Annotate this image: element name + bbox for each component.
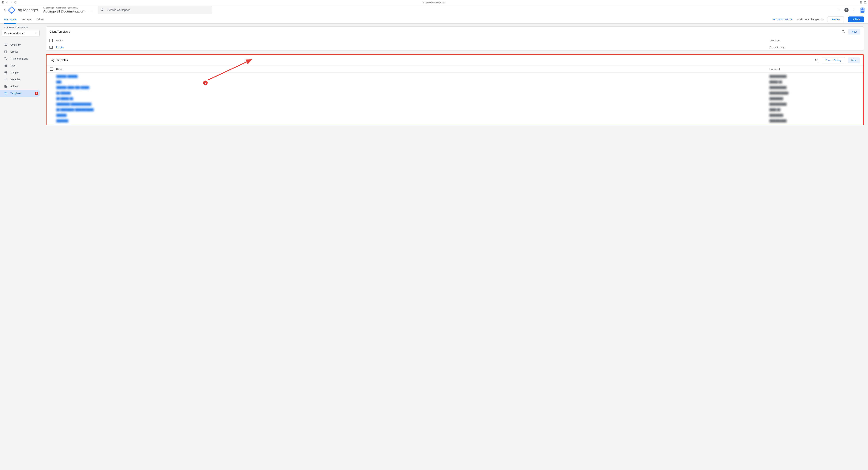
tab-versions[interactable]: Versions: [22, 15, 31, 24]
blurred-template-rows: ██████ ████████████████ ████████ ██ ████…: [46, 72, 863, 125]
chevron-right-icon: [35, 32, 37, 35]
svg-rect-0: [2, 1, 4, 3]
svg-rect-10: [839, 10, 839, 10]
templates-badge: 1: [35, 92, 38, 95]
back-arrow-icon[interactable]: [3, 8, 7, 12]
sidebar-toggle-icon[interactable]: [1, 1, 4, 4]
svg-point-13: [854, 10, 855, 10]
preview-button[interactable]: Preview: [828, 17, 844, 22]
current-workspace-label: CURRENT WORKSPACE: [0, 26, 42, 30]
workspace-changes-count: Workspace Changes: 64: [797, 18, 824, 21]
client-templates-new-button[interactable]: New: [848, 29, 860, 35]
annotation-badge-2: 2: [203, 81, 208, 85]
client-templates-search-icon[interactable]: [841, 30, 846, 34]
row-edited-text: 9 minutes ago: [770, 46, 860, 49]
sidebar: CURRENT WORKSPACE Default Workspace Over…: [0, 24, 42, 470]
client-templates-panel: Client Templates New Name ↑ Last Edited …: [46, 26, 864, 51]
container-name-dropdown[interactable]: Addingwell Documentation …▼: [43, 9, 93, 13]
overview-icon: [4, 43, 8, 46]
more-vert-icon[interactable]: [852, 8, 856, 12]
select-all-checkbox[interactable]: [50, 67, 53, 71]
row-checkbox[interactable]: [50, 45, 53, 49]
product-name: Tag Manager: [16, 8, 38, 12]
content-area: Client Templates New Name ↑ Last Edited …: [42, 24, 868, 470]
nav-folders[interactable]: Folders: [0, 83, 40, 90]
select-all-checkbox[interactable]: [50, 39, 53, 42]
tag-templates-title: Tag Templates: [50, 59, 812, 62]
tag-templates-table-header: Name ↑ Last Edited: [46, 66, 863, 72]
client-template-row[interactable]: Axeptio 9 minutes ago: [46, 44, 864, 51]
triggers-icon: [4, 71, 8, 74]
row-name-link[interactable]: Axeptio: [56, 46, 770, 49]
container-id-link[interactable]: GTM-KMTW2JTR: [773, 18, 793, 21]
nav-tags[interactable]: Tags: [0, 62, 40, 69]
svg-rect-5: [864, 1, 866, 3]
workspace-selector[interactable]: Default Workspace: [2, 30, 39, 36]
help-icon[interactable]: ?: [844, 8, 848, 12]
browser-url: tagmanager.google.com: [423, 1, 445, 3]
gtm-logo-icon: [8, 6, 15, 13]
sort-asc-icon: ↑: [62, 68, 64, 70]
col-name-header[interactable]: Name ↑: [56, 68, 769, 70]
sort-asc-icon: ↑: [62, 39, 63, 42]
folders-icon: [4, 85, 8, 88]
search-icon: [100, 8, 105, 12]
nav-templates[interactable]: Templates 1: [0, 90, 40, 97]
client-templates-table-header: Name ↑ Last Edited: [46, 37, 864, 44]
browser-forward-icon[interactable]: [10, 1, 12, 4]
app-header: Tag Manager All accounts › Addingwell - …: [0, 5, 868, 15]
browser-chrome-bar: tagmanager.google.com: [0, 0, 868, 5]
svg-rect-15: [5, 51, 7, 53]
search-gallery-button[interactable]: Search Gallery: [822, 57, 845, 63]
variables-icon: [4, 78, 8, 81]
svg-point-14: [854, 10, 855, 11]
svg-rect-7: [839, 9, 839, 9]
svg-point-19: [5, 72, 7, 73]
svg-point-20: [5, 93, 5, 93]
nav-triggers[interactable]: Triggers: [0, 69, 40, 76]
tab-admin[interactable]: Admin: [37, 15, 43, 24]
nav-overview[interactable]: Overview: [0, 41, 40, 48]
col-edited-header[interactable]: Last Edited: [770, 39, 860, 42]
nav-clients[interactable]: Clients: [0, 48, 40, 55]
tag-templates-new-button[interactable]: New: [848, 58, 860, 63]
tag-templates-panel: Tag Templates Search Gallery New Name ↑ …: [46, 55, 863, 125]
nav-transformations[interactable]: Transformations: [0, 55, 40, 62]
nav-variables[interactable]: Variables: [0, 76, 40, 83]
col-name-header[interactable]: Name ↑: [56, 39, 770, 42]
client-templates-title: Client Templates: [50, 30, 839, 33]
svg-point-16: [5, 58, 5, 58]
svg-rect-6: [838, 9, 838, 9]
clients-icon: [4, 50, 8, 54]
browser-back-icon[interactable]: [5, 1, 8, 4]
svg-rect-11: [840, 10, 840, 10]
svg-rect-8: [840, 9, 840, 9]
submit-button[interactable]: Submit: [848, 17, 864, 22]
tab-workspace[interactable]: Workspace: [4, 15, 16, 24]
workspace-name: Default Workspace: [4, 32, 25, 35]
browser-share-icon[interactable]: [859, 1, 862, 4]
main-tabs: Workspace Versions Admin GTM-KMTW2JTR Wo…: [0, 15, 868, 24]
search-workspace-bar[interactable]: [98, 6, 212, 14]
annotation-highlight-box: Tag Templates Search Gallery New Name ↑ …: [46, 54, 864, 125]
logo-block[interactable]: Tag Manager: [9, 7, 38, 13]
apps-icon[interactable]: [837, 8, 841, 12]
tag-templates-search-icon[interactable]: [815, 58, 819, 62]
svg-point-12: [854, 9, 855, 9]
container-selector[interactable]: All accounts › Addingwell - document… Ad…: [43, 7, 93, 13]
search-workspace-input[interactable]: [107, 8, 210, 12]
caret-down-icon: ▼: [91, 10, 93, 12]
svg-rect-9: [838, 10, 838, 10]
col-edited-header[interactable]: Last Edited: [769, 68, 860, 70]
browser-reload-icon[interactable]: [14, 1, 17, 4]
tags-icon: [4, 64, 8, 67]
transformations-icon: [4, 57, 8, 60]
user-avatar[interactable]: [860, 7, 865, 13]
templates-icon: [4, 92, 8, 95]
breadcrumb-path: All accounts › Addingwell - document…: [43, 7, 93, 9]
browser-tabs-icon[interactable]: [864, 1, 867, 4]
